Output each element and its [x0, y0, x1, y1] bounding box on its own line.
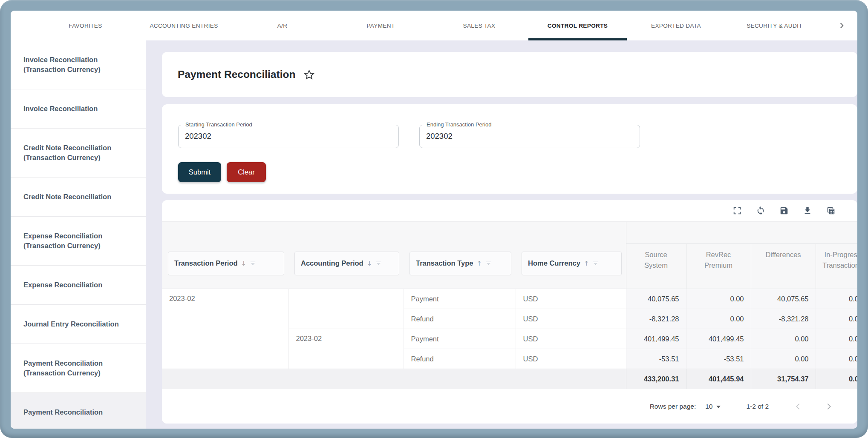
rows-per-page-select[interactable]: 10: [705, 403, 721, 410]
sidebar-item-payment-reconciliation-transaction-currency[interactable]: Payment Reconciliation (Transaction Curr…: [11, 344, 146, 393]
sort-asc-icon: ↑: [476, 260, 482, 267]
refresh-button[interactable]: [756, 206, 766, 216]
download-button[interactable]: [802, 206, 813, 216]
sort-desc-icon: ↓: [241, 260, 247, 267]
save-button[interactable]: [779, 206, 789, 216]
cell-accounting-period: [288, 289, 404, 329]
top-nav: FAVORITESACCOUNTING ENTRIESA/RPAYMENTSAL…: [11, 11, 857, 40]
nav-tabs: FAVORITESACCOUNTING ENTRIESA/RPAYMENTSAL…: [36, 11, 857, 40]
table-view-icon: [826, 206, 836, 215]
cell-transaction-type: Refund: [404, 349, 516, 369]
sidebar-item-credit-note-reconciliation[interactable]: Credit Note Reconciliation: [11, 177, 146, 217]
table-view-button[interactable]: [826, 206, 836, 216]
previous-page-button[interactable]: [793, 401, 804, 412]
chevron-right-icon: [837, 21, 846, 30]
filter-icon: [485, 260, 492, 266]
sidebar-item-payment-reconciliation[interactable]: Payment Reconciliation: [11, 393, 146, 429]
ending-transaction-period-value: 202302: [420, 125, 640, 147]
total-row-label-cell: [162, 369, 626, 389]
cell-transaction-period: 2023-02: [162, 289, 288, 369]
reconciliation-table: Transaction Period↓Accounting Period↓Tra…: [162, 221, 857, 389]
column-header-home-currency[interactable]: Home Currency↑: [522, 252, 622, 275]
value-cell: 0.00: [816, 309, 857, 329]
sidebar-item-invoice-reconciliation-transaction-currency[interactable]: Invoice Reconciliation (Transaction Curr…: [11, 40, 146, 89]
cell-transaction-type: Payment: [404, 329, 516, 349]
sort-asc-icon: ↑: [584, 260, 589, 267]
tab-a-r[interactable]: A/R: [233, 11, 332, 40]
header-group-row: [162, 222, 857, 244]
value-cell: 0.00: [686, 289, 751, 309]
column-header-label: Accounting Period: [301, 259, 363, 267]
tab-control-reports[interactable]: CONTROL REPORTS: [528, 11, 627, 40]
value-cell: 0.00: [816, 329, 857, 349]
column-header-source-system: SourceSystem: [626, 244, 686, 289]
download-icon: [803, 206, 812, 215]
rows-per-page-value: 10: [705, 403, 712, 410]
sidebar: Invoice Reconciliation (Transaction Curr…: [11, 40, 146, 429]
value-cell: 40,075.65: [626, 289, 686, 309]
filter-icon: [375, 260, 382, 266]
total-value-cell: 433,200.31: [626, 369, 686, 389]
tab-security-audit[interactable]: SECURITY & AUDIT: [725, 11, 824, 40]
total-value-cell: 31,754.37: [751, 369, 816, 389]
table-toolbar: [162, 200, 857, 221]
column-header-accounting-period[interactable]: Accounting Period↓: [294, 252, 399, 275]
column-header-label: Home Currency: [528, 259, 580, 267]
sidebar-item-expense-reconciliation[interactable]: Expense Reconciliation: [11, 266, 146, 305]
tab-payment[interactable]: PAYMENT: [332, 11, 430, 40]
header-group-measures: [626, 222, 857, 244]
main-content: Payment Reconciliation Starting Transact…: [146, 40, 857, 429]
next-page-button[interactable]: [823, 401, 834, 412]
cell-home-currency: USD: [516, 329, 626, 349]
value-cell: -53.51: [626, 349, 686, 369]
starting-transaction-period-label: Starting Transaction Period: [183, 121, 254, 128]
sidebar-item-journal-entry-reconciliation[interactable]: Journal Entry Reconciliation: [11, 305, 146, 344]
column-header-transaction-period[interactable]: Transaction Period↓: [168, 252, 284, 275]
cell-home-currency: USD: [516, 349, 626, 369]
header-row: Transaction Period↓Accounting Period↓Tra…: [162, 244, 857, 289]
column-header-transaction-type[interactable]: Transaction Type↑: [409, 252, 511, 275]
cell-transaction-type: Payment: [404, 289, 516, 309]
value-cell: 40,075.65: [751, 289, 816, 309]
cell-home-currency: USD: [516, 289, 626, 309]
report-title-card: Payment Reconciliation: [162, 52, 857, 97]
value-cell: -8,321.28: [626, 309, 686, 329]
window-frame: FAVORITESACCOUNTING ENTRIESA/RPAYMENTSAL…: [0, 0, 868, 438]
value-cell: -53.51: [686, 349, 751, 369]
tab-sales-tax[interactable]: SALES TAX: [430, 11, 528, 40]
nav-overflow-button[interactable]: [833, 11, 851, 40]
column-header-differences: Differences: [751, 244, 816, 289]
value-cell: 0.00: [751, 349, 816, 369]
refresh-icon: [756, 206, 765, 215]
tab-accounting-entries[interactable]: ACCOUNTING ENTRIES: [135, 11, 233, 40]
starting-transaction-period-field[interactable]: Starting Transaction Period 202302: [178, 125, 399, 148]
sidebar-item-expense-reconciliation-transaction-currency[interactable]: Expense Reconciliation (Transaction Curr…: [11, 217, 146, 266]
cell-transaction-type: Refund: [404, 309, 516, 329]
submit-button[interactable]: Submit: [178, 162, 221, 182]
pagination: Rows per page: 10 1-2 of 2: [162, 389, 857, 424]
column-header-label: Transaction Period: [174, 259, 238, 267]
header-group-dimensions: [162, 222, 626, 244]
starting-transaction-period-value: 202302: [179, 125, 398, 147]
tab-exported-data[interactable]: EXPORTED DATA: [627, 11, 725, 40]
rows-per-page-label: Rows per page:: [650, 403, 696, 410]
form-buttons: Submit Clear: [178, 162, 857, 182]
tab-favorites[interactable]: FAVORITES: [36, 11, 135, 40]
favorite-star-button[interactable]: [303, 69, 315, 80]
ending-transaction-period-field[interactable]: Ending Transaction Period 202302: [419, 125, 640, 148]
app-window: FAVORITESACCOUNTING ENTRIESA/RPAYMENTSAL…: [11, 11, 857, 429]
column-header-revrec-premium: RevRecPremium: [686, 244, 751, 289]
sidebar-item-invoice-reconciliation[interactable]: Invoice Reconciliation: [11, 89, 146, 129]
save-icon: [779, 206, 789, 215]
sidebar-item-credit-note-reconciliation-transaction-currency[interactable]: Credit Note Reconciliation (Transaction …: [11, 129, 146, 177]
value-cell: -8,321.28: [751, 309, 816, 329]
fullscreen-button[interactable]: [732, 206, 742, 216]
clear-button[interactable]: Clear: [227, 162, 266, 182]
filter-icon: [592, 260, 599, 266]
chevron-left-icon: [793, 402, 803, 411]
star-outline-icon: [303, 69, 315, 80]
fullscreen-icon: [732, 206, 742, 215]
table-row: 2023-02PaymentUSD40,075.650.0040,075.650…: [162, 289, 857, 309]
sort-desc-icon: ↓: [367, 260, 372, 267]
value-cell: 401,499.45: [686, 329, 751, 349]
